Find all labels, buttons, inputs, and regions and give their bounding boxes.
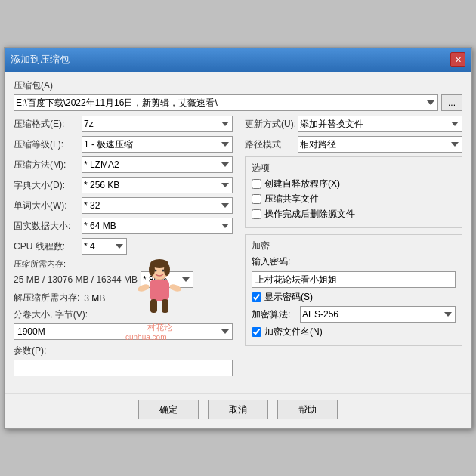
dict-label: 字典大小(D): bbox=[14, 179, 82, 192]
option-shared-checkbox[interactable] bbox=[252, 194, 261, 204]
option-delete-label: 操作完成后删除源文件 bbox=[264, 208, 355, 221]
encrypt-filename-label: 加密文件名(N) bbox=[264, 326, 323, 338]
params-input[interactable] bbox=[14, 360, 233, 376]
method-select[interactable]: * LZMA2 bbox=[82, 156, 233, 173]
encrypt-pwd-label: 输入密码: bbox=[252, 255, 297, 268]
cpu-label: CPU 线程数: bbox=[14, 240, 82, 253]
option-delete-checkbox[interactable] bbox=[252, 209, 261, 219]
format-row: 压缩格式(E): 7z zip tar bbox=[14, 116, 233, 132]
option-sfx-checkbox[interactable] bbox=[252, 179, 261, 189]
encrypt-pwd-input[interactable] bbox=[252, 271, 456, 288]
compress-mem-label: 压缩所需内存: bbox=[14, 258, 233, 270]
encrypt-pwd-field-row bbox=[252, 271, 456, 288]
cancel-button[interactable]: 取消 bbox=[208, 400, 268, 419]
format-select[interactable]: 7z zip tar bbox=[82, 116, 233, 132]
solid-row: 固实数据大小: * 64 MB bbox=[14, 218, 233, 234]
path-mode-row: 路径模式 相对路径 bbox=[245, 136, 462, 153]
footer: 确定 取消 帮助 bbox=[5, 393, 471, 428]
option-shared-label: 压缩共享文件 bbox=[264, 193, 319, 206]
path-mode-label: 路径模式 bbox=[245, 138, 298, 151]
level-label: 压缩等级(L): bbox=[14, 138, 82, 151]
decompress-row: 解压缩所需内存: 3 MB bbox=[14, 292, 233, 304]
params-row: 参数(P): bbox=[14, 345, 233, 376]
params-label: 参数(P): bbox=[14, 345, 233, 357]
solid-label: 固实数据大小: bbox=[14, 220, 82, 233]
level-select[interactable]: 1 - 极速压缩 bbox=[82, 136, 233, 153]
ok-button[interactable]: 确定 bbox=[138, 400, 199, 419]
cpu-row: CPU 线程数: * 4 bbox=[14, 238, 233, 255]
show-pwd-row: 显示密码(S) bbox=[252, 291, 456, 304]
update-select[interactable]: 添加并替换文件 bbox=[298, 116, 462, 132]
level-row: 压缩等级(L): 1 - 极速压缩 bbox=[14, 136, 233, 153]
encrypt-pwd-row: 输入密码: bbox=[252, 255, 456, 268]
compress-mem-value: 25 MB / 13076 MB / 16344 MB bbox=[14, 274, 138, 285]
encrypt-alg-row: 加密算法: AES-256 ZipCrypto bbox=[252, 306, 456, 323]
word-row: 单词大小(W): * 32 bbox=[14, 197, 233, 214]
word-select[interactable]: * 32 bbox=[82, 197, 233, 214]
archive-label-row: 压缩包(A) bbox=[14, 79, 462, 92]
dict-select[interactable]: * 256 KB bbox=[82, 177, 233, 193]
two-col-section: 压缩格式(E): 7z zip tar 压缩等级(L): 1 - 极速压缩 bbox=[14, 116, 462, 381]
word-label: 单词大小(W): bbox=[14, 199, 82, 212]
main-dialog: 添加到压缩包 ✕ 压缩包(A) E:\百度下载\2022年11月16日，新剪辑，… bbox=[4, 47, 472, 429]
options-group: 选项 创建自释放程序(X) 压缩共享文件 操作完成后删除源文件 bbox=[245, 156, 462, 228]
options-title: 选项 bbox=[252, 162, 456, 175]
close-button[interactable]: ✕ bbox=[450, 52, 465, 67]
archive-path-row: E:\百度下载\2022年11月16日，新剪辑，艾薇速看\ ... bbox=[14, 94, 462, 111]
encrypt-alg-label: 加密算法: bbox=[252, 308, 297, 321]
archive-path-select[interactable]: E:\百度下载\2022年11月16日，新剪辑，艾薇速看\ bbox=[14, 94, 438, 111]
dict-row: 字典大小(D): * 256 KB bbox=[14, 177, 233, 193]
archive-label: 压缩包(A) bbox=[14, 79, 53, 92]
encrypt-group: 加密 输入密码: 显示密码(S) 加密算法: AES-256 bbox=[245, 234, 462, 346]
encrypt-filename-row: 加密文件名(N) bbox=[252, 326, 456, 338]
compress-pct-select[interactable]: * 80% bbox=[141, 271, 193, 288]
decompress-value: 3 MB bbox=[84, 293, 105, 304]
encrypt-filename-checkbox[interactable] bbox=[252, 327, 261, 337]
left-column: 压缩格式(E): 7z zip tar 压缩等级(L): 1 - 极速压缩 bbox=[14, 116, 233, 381]
archive-browse-button[interactable]: ... bbox=[441, 94, 462, 111]
help-button[interactable]: 帮助 bbox=[277, 400, 338, 419]
format-label: 压缩格式(E): bbox=[14, 118, 82, 131]
show-pwd-checkbox[interactable] bbox=[252, 292, 261, 302]
right-column: 更新方式(U): 添加并替换文件 路径模式 相对路径 选项 bbox=[245, 116, 462, 381]
split-select[interactable]: 1900M 700M 4092M bbox=[14, 323, 233, 340]
decompress-label: 解压缩所需内存: bbox=[14, 292, 79, 304]
encrypt-alg-select[interactable]: AES-256 ZipCrypto bbox=[300, 306, 456, 323]
split-label: 分卷大小, 字节(V): bbox=[14, 308, 233, 321]
option-sfx-row: 创建自释放程序(X) bbox=[252, 178, 456, 190]
method-label: 压缩方法(M): bbox=[14, 159, 82, 172]
dialog-content: 压缩包(A) E:\百度下载\2022年11月16日，新剪辑，艾薇速看\ ...… bbox=[5, 72, 471, 387]
path-mode-select[interactable]: 相对路径 bbox=[298, 136, 462, 153]
update-label: 更新方式(U): bbox=[245, 118, 298, 131]
update-row: 更新方式(U): 添加并替换文件 bbox=[245, 116, 462, 132]
title-bar: 添加到压缩包 ✕ bbox=[5, 48, 471, 72]
dialog-title: 添加到压缩包 bbox=[11, 53, 70, 66]
encrypt-title: 加密 bbox=[252, 240, 456, 252]
split-row: 分卷大小, 字节(V): 1900M 700M 4092M bbox=[14, 308, 233, 340]
option-sfx-label: 创建自释放程序(X) bbox=[264, 178, 340, 190]
option-delete-row: 操作完成后删除源文件 bbox=[252, 208, 456, 221]
method-row: 压缩方法(M): * LZMA2 bbox=[14, 156, 233, 173]
cpu-select[interactable]: * 4 bbox=[82, 238, 127, 255]
option-shared-row: 压缩共享文件 bbox=[252, 193, 456, 206]
compress-mem-row: 25 MB / 13076 MB / 16344 MB * 80% bbox=[14, 271, 233, 288]
show-pwd-label: 显示密码(S) bbox=[264, 291, 313, 304]
solid-select[interactable]: * 64 MB bbox=[82, 218, 233, 234]
